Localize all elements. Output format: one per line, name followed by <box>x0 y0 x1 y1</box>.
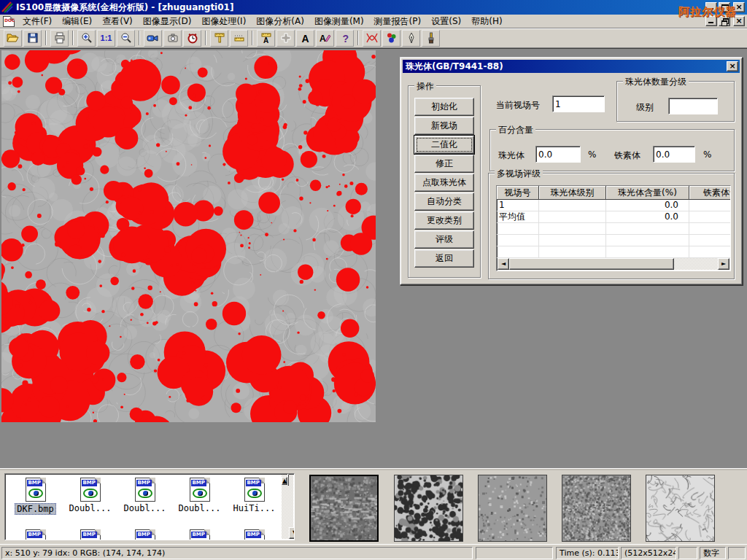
floppy-disk-icon <box>27 32 39 44</box>
file-item[interactable]: BMP <box>8 529 63 540</box>
curve-cross-icon <box>365 32 379 44</box>
status-empty <box>678 547 697 559</box>
ruler-button[interactable] <box>230 30 248 47</box>
bmp-file-icon: BMP <box>80 529 101 540</box>
rating-table[interactable]: 视场号 珠光体级别 珠光体含量(%) 铁素体含量(%) 1 0.0 平均值 0.… <box>496 185 731 271</box>
capture-frame-button[interactable] <box>163 30 182 47</box>
menu-image-processing[interactable]: 图像处理(I) <box>196 14 251 29</box>
file-item[interactable]: BMP HuiTi... <box>227 478 282 515</box>
pen-tool-button[interactable] <box>402 30 420 47</box>
auto-classify-button[interactable]: 自动分类 <box>414 192 474 211</box>
file-item[interactable]: BMP <box>227 529 282 540</box>
return-button[interactable]: 返回 <box>414 249 474 268</box>
table-row[interactable]: 平均值 0.0 <box>497 211 730 223</box>
menu-image-measure[interactable]: 图像测量(M) <box>309 14 369 29</box>
menubar: DOC 文件(F) 编辑(E) 查看(V) 图像显示(D) 图像处理(I) 图像… <box>0 15 747 28</box>
scrollbar-thumb[interactable] <box>509 258 674 270</box>
crosshair-button[interactable] <box>276 30 295 47</box>
thumbnail-3[interactable] <box>478 475 547 542</box>
file-name[interactable]: DKF.bmp <box>15 503 56 515</box>
menu-file[interactable]: 文件(F) <box>18 14 57 29</box>
file-item[interactable]: BMP <box>172 529 227 540</box>
scroll-right-icon[interactable]: ► <box>718 258 729 270</box>
correct-button[interactable]: 修正 <box>414 155 474 173</box>
file-name[interactable]: Doubl... <box>123 503 168 513</box>
file-item[interactable]: BMP Doubl... <box>172 478 227 515</box>
initialize-button[interactable]: 初始化 <box>414 98 474 116</box>
table-row[interactable] <box>497 235 730 246</box>
curve-tool-button[interactable] <box>363 30 381 47</box>
menu-measure-report[interactable]: 测量报告(P) <box>369 14 427 29</box>
dialog-close-button[interactable]: × <box>727 61 738 71</box>
rate-button[interactable]: 评级 <box>414 230 474 249</box>
thumbnail-5[interactable] <box>646 475 715 542</box>
print-button[interactable] <box>50 30 69 47</box>
scroll-left-icon[interactable]: ◄ <box>498 258 509 270</box>
file-browser[interactable]: BMP DKF.bmp BMP Doubl... BMP Doubl... BM… <box>4 473 295 540</box>
timer-button[interactable] <box>183 30 201 47</box>
status-empty <box>728 547 746 559</box>
menu-view[interactable]: 查看(V) <box>97 14 138 29</box>
file-vscrollbar[interactable]: ▲ ▼ <box>282 475 293 539</box>
dialog-title: 珠光体(GB/T9441-88) <box>406 61 503 73</box>
brush-tool-button[interactable] <box>422 30 440 47</box>
document-icon[interactable]: DOC <box>3 16 15 27</box>
thumbnail-1[interactable] <box>309 475 379 542</box>
multifield-group: 多视场评级 视场号 珠光体级别 珠光体含量(%) 铁素体含量(%) 1 0.0 … <box>488 173 735 279</box>
zoom-in-button[interactable] <box>77 30 96 47</box>
video-capture-button[interactable] <box>144 30 162 47</box>
menu-settings[interactable]: 设置(S) <box>426 14 466 29</box>
change-class-button[interactable]: 更改类别 <box>414 211 474 230</box>
menu-edit[interactable]: 编辑(E) <box>57 14 97 29</box>
window-title: IS100显微摄像系统(金相分析版) - [zhuguangti01] <box>16 1 233 14</box>
menu-image-display[interactable]: 图像显示(D) <box>138 14 197 29</box>
zoom-out-button[interactable] <box>117 30 135 47</box>
edit-text-button[interactable]: A <box>316 30 334 47</box>
col-ferrite-content[interactable]: 铁素体含量(%) <box>689 186 731 200</box>
file-item[interactable]: BMP Doubl... <box>63 478 117 515</box>
menu-image-analysis[interactable]: 图像分析(A) <box>251 14 309 29</box>
file-item[interactable]: BMP DKF.bmp <box>8 478 63 515</box>
help-button[interactable]: ? <box>336 30 354 47</box>
scroll-up-icon[interactable]: ▲ <box>282 477 287 485</box>
file-item[interactable]: BMP Doubl... <box>117 478 172 515</box>
bmp-file-icon: BMP <box>26 478 46 502</box>
file-name[interactable]: Doubl... <box>177 503 222 513</box>
measure-annotate-button[interactable]: A <box>257 30 275 47</box>
grade-input[interactable] <box>668 98 718 114</box>
text-button[interactable]: A <box>296 30 314 47</box>
scrollbar-thumb[interactable] <box>287 474 289 486</box>
percent-group-label: 百分含量 <box>496 124 535 136</box>
save-button[interactable] <box>23 30 42 47</box>
file-item[interactable]: BMP <box>117 529 172 540</box>
file-name[interactable]: Doubl... <box>68 503 113 513</box>
cell-ferrite <box>689 200 731 211</box>
current-field-input[interactable] <box>552 96 605 112</box>
bmp-file-icon: BMP <box>244 529 265 540</box>
pearlite-percent-input[interactable] <box>535 146 581 163</box>
open-button[interactable] <box>4 30 22 47</box>
file-item[interactable]: BMP <box>63 529 117 540</box>
pick-pearlite-button[interactable]: 点取珠光体 <box>414 174 474 192</box>
col-pearlite-grade[interactable]: 珠光体级别 <box>539 186 606 200</box>
table-hscrollbar[interactable]: ◄ ► <box>498 258 729 270</box>
table-row[interactable] <box>497 246 730 258</box>
actual-size-button[interactable]: 1:1 <box>97 30 115 47</box>
scrollbar-track[interactable] <box>674 258 718 270</box>
table-row[interactable] <box>497 223 730 235</box>
col-field[interactable]: 视场号 <box>497 186 539 200</box>
menu-help[interactable]: 帮助(H) <box>466 14 507 29</box>
scroll-down-icon[interactable]: ▼ <box>289 527 295 539</box>
binarize-button[interactable]: 二值化 <box>414 136 474 154</box>
color-classify-button[interactable] <box>382 30 400 47</box>
caliper-measure-button[interactable] <box>210 30 228 47</box>
table-row[interactable]: 1 0.0 <box>497 200 730 211</box>
ferrite-percent-input[interactable] <box>653 146 695 163</box>
col-pearlite-content[interactable]: 珠光体含量(%) <box>606 186 689 200</box>
file-name[interactable]: HuiTi... <box>232 503 277 513</box>
thumbnail-2[interactable] <box>394 475 463 542</box>
dialog-titlebar[interactable]: 珠光体(GB/T9441-88) × <box>403 60 740 73</box>
new-field-button[interactable]: 新视场 <box>414 117 474 135</box>
metallographic-image[interactable] <box>1 50 376 422</box>
thumbnail-4[interactable] <box>562 475 631 542</box>
